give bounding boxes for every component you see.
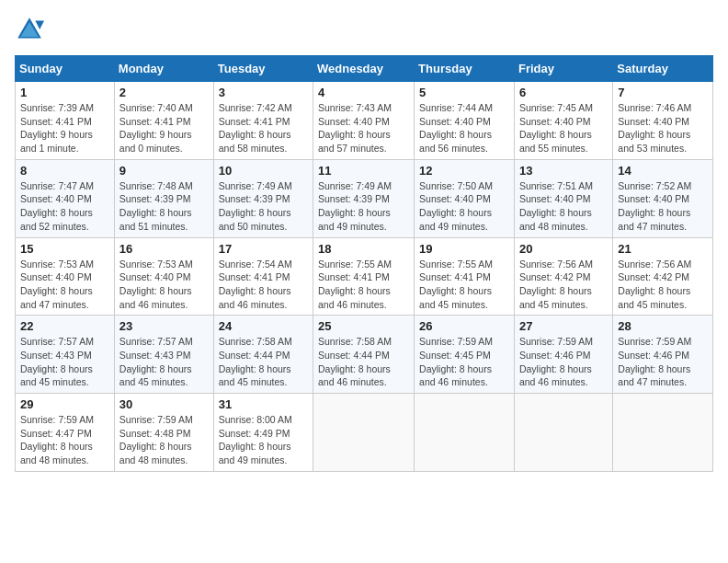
day-info: Sunrise: 7:59 AM Sunset: 4:45 PM Dayligh… — [419, 335, 509, 389]
day-info: Sunrise: 7:58 AM Sunset: 4:44 PM Dayligh… — [318, 335, 409, 389]
day-number: 19 — [419, 242, 509, 256]
day-info: Sunrise: 7:56 AM Sunset: 4:42 PM Dayligh… — [519, 258, 608, 312]
calendar-cell — [613, 394, 713, 472]
day-number: 31 — [219, 397, 308, 411]
day-info: Sunrise: 7:55 AM Sunset: 4:41 PM Dayligh… — [318, 258, 409, 312]
day-info: Sunrise: 7:44 AM Sunset: 4:40 PM Dayligh… — [419, 101, 509, 155]
calendar-cell: 17Sunrise: 7:54 AM Sunset: 4:41 PM Dayli… — [213, 237, 313, 316]
calendar-cell: 4Sunrise: 7:43 AM Sunset: 4:40 PM Daylig… — [313, 82, 415, 160]
calendar-cell: 1Sunrise: 7:39 AM Sunset: 4:41 PM Daylig… — [16, 82, 115, 160]
calendar-cell — [514, 394, 612, 472]
day-number: 8 — [20, 164, 109, 178]
day-info: Sunrise: 7:53 AM Sunset: 4:40 PM Dayligh… — [20, 258, 109, 312]
day-info: Sunrise: 7:51 AM Sunset: 4:40 PM Dayligh… — [519, 179, 608, 234]
calendar-cell: 3Sunrise: 7:42 AM Sunset: 4:41 PM Daylig… — [213, 82, 313, 160]
calendar-cell: 27Sunrise: 7:59 AM Sunset: 4:46 PM Dayli… — [514, 316, 612, 394]
day-number: 29 — [20, 397, 109, 411]
calendar-week-2: 8Sunrise: 7:47 AM Sunset: 4:40 PM Daylig… — [16, 159, 713, 237]
calendar-cell: 29Sunrise: 7:59 AM Sunset: 4:47 PM Dayli… — [16, 394, 115, 472]
day-number: 25 — [318, 319, 409, 333]
day-info: Sunrise: 7:47 AM Sunset: 4:40 PM Dayligh… — [20, 179, 109, 234]
calendar-cell: 26Sunrise: 7:59 AM Sunset: 4:45 PM Dayli… — [415, 316, 515, 394]
day-number: 1 — [20, 86, 109, 99]
day-info: Sunrise: 7:52 AM Sunset: 4:40 PM Dayligh… — [618, 179, 708, 234]
day-info: Sunrise: 7:59 AM Sunset: 4:48 PM Dayligh… — [119, 413, 209, 467]
calendar-cell: 6Sunrise: 7:45 AM Sunset: 4:40 PM Daylig… — [514, 82, 612, 160]
day-info: Sunrise: 7:45 AM Sunset: 4:40 PM Dayligh… — [519, 101, 608, 155]
day-number: 30 — [119, 397, 209, 411]
day-number: 18 — [318, 242, 409, 256]
day-number: 28 — [618, 319, 708, 333]
day-number: 4 — [318, 86, 409, 99]
day-number: 9 — [119, 164, 209, 178]
day-number: 13 — [519, 164, 608, 178]
day-number: 10 — [219, 164, 308, 178]
weekday-header-friday: Friday — [514, 56, 612, 82]
calendar-cell: 18Sunrise: 7:55 AM Sunset: 4:41 PM Dayli… — [313, 237, 415, 316]
weekday-header-wednesday: Wednesday — [313, 56, 415, 82]
page-header — [15, 15, 713, 44]
logo — [15, 15, 48, 44]
calendar-cell: 15Sunrise: 7:53 AM Sunset: 4:40 PM Dayli… — [16, 237, 115, 316]
day-number: 11 — [318, 164, 409, 178]
logo-icon — [15, 15, 44, 44]
calendar-cell: 19Sunrise: 7:55 AM Sunset: 4:41 PM Dayli… — [415, 237, 515, 316]
calendar-cell: 28Sunrise: 7:59 AM Sunset: 4:46 PM Dayli… — [613, 316, 713, 394]
day-info: Sunrise: 7:46 AM Sunset: 4:40 PM Dayligh… — [618, 101, 708, 155]
day-number: 20 — [519, 242, 608, 256]
calendar-cell: 8Sunrise: 7:47 AM Sunset: 4:40 PM Daylig… — [16, 159, 115, 237]
calendar-table: SundayMondayTuesdayWednesdayThursdayFrid… — [15, 55, 713, 472]
weekday-header-saturday: Saturday — [613, 56, 713, 82]
weekday-header-monday: Monday — [114, 56, 213, 82]
day-number: 22 — [20, 319, 109, 333]
day-info: Sunrise: 8:00 AM Sunset: 4:49 PM Dayligh… — [219, 413, 308, 467]
day-info: Sunrise: 7:42 AM Sunset: 4:41 PM Dayligh… — [219, 101, 308, 155]
day-number: 21 — [618, 242, 708, 256]
day-info: Sunrise: 7:58 AM Sunset: 4:44 PM Dayligh… — [219, 335, 308, 389]
day-info: Sunrise: 7:49 AM Sunset: 4:39 PM Dayligh… — [219, 179, 308, 234]
day-number: 17 — [219, 242, 308, 256]
weekday-header-row: SundayMondayTuesdayWednesdayThursdayFrid… — [16, 56, 713, 82]
day-info: Sunrise: 7:43 AM Sunset: 4:40 PM Dayligh… — [318, 101, 409, 155]
day-info: Sunrise: 7:48 AM Sunset: 4:39 PM Dayligh… — [119, 179, 209, 234]
day-number: 26 — [419, 319, 509, 333]
day-number: 24 — [219, 319, 308, 333]
day-number: 2 — [119, 86, 209, 99]
weekday-header-sunday: Sunday — [16, 56, 115, 82]
svg-marker-2 — [35, 20, 44, 29]
calendar-cell: 20Sunrise: 7:56 AM Sunset: 4:42 PM Dayli… — [514, 237, 612, 316]
day-number: 27 — [519, 319, 608, 333]
calendar-cell — [415, 394, 515, 472]
weekday-header-tuesday: Tuesday — [213, 56, 313, 82]
day-info: Sunrise: 7:54 AM Sunset: 4:41 PM Dayligh… — [219, 258, 308, 312]
calendar-cell: 24Sunrise: 7:58 AM Sunset: 4:44 PM Dayli… — [213, 316, 313, 394]
calendar-cell: 11Sunrise: 7:49 AM Sunset: 4:39 PM Dayli… — [313, 159, 415, 237]
day-info: Sunrise: 7:57 AM Sunset: 4:43 PM Dayligh… — [20, 335, 109, 389]
day-info: Sunrise: 7:59 AM Sunset: 4:46 PM Dayligh… — [618, 335, 708, 389]
day-number: 6 — [519, 86, 608, 99]
calendar-week-3: 15Sunrise: 7:53 AM Sunset: 4:40 PM Dayli… — [16, 237, 713, 316]
day-number: 3 — [219, 86, 308, 99]
calendar-cell: 23Sunrise: 7:57 AM Sunset: 4:43 PM Dayli… — [114, 316, 213, 394]
calendar-week-1: 1Sunrise: 7:39 AM Sunset: 4:41 PM Daylig… — [16, 82, 713, 160]
day-info: Sunrise: 7:40 AM Sunset: 4:41 PM Dayligh… — [119, 101, 209, 155]
calendar-week-4: 22Sunrise: 7:57 AM Sunset: 4:43 PM Dayli… — [16, 316, 713, 394]
calendar-cell: 5Sunrise: 7:44 AM Sunset: 4:40 PM Daylig… — [415, 82, 515, 160]
calendar-cell: 22Sunrise: 7:57 AM Sunset: 4:43 PM Dayli… — [16, 316, 115, 394]
day-number: 5 — [419, 86, 509, 99]
day-info: Sunrise: 7:50 AM Sunset: 4:40 PM Dayligh… — [419, 179, 509, 234]
day-info: Sunrise: 7:39 AM Sunset: 4:41 PM Dayligh… — [20, 101, 109, 155]
calendar-cell: 16Sunrise: 7:53 AM Sunset: 4:40 PM Dayli… — [114, 237, 213, 316]
day-info: Sunrise: 7:56 AM Sunset: 4:42 PM Dayligh… — [618, 258, 708, 312]
calendar-cell: 12Sunrise: 7:50 AM Sunset: 4:40 PM Dayli… — [415, 159, 515, 237]
calendar-week-5: 29Sunrise: 7:59 AM Sunset: 4:47 PM Dayli… — [16, 394, 713, 472]
calendar-cell: 9Sunrise: 7:48 AM Sunset: 4:39 PM Daylig… — [114, 159, 213, 237]
calendar-cell: 2Sunrise: 7:40 AM Sunset: 4:41 PM Daylig… — [114, 82, 213, 160]
day-number: 23 — [119, 319, 209, 333]
day-info: Sunrise: 7:49 AM Sunset: 4:39 PM Dayligh… — [318, 179, 409, 234]
calendar-cell: 10Sunrise: 7:49 AM Sunset: 4:39 PM Dayli… — [213, 159, 313, 237]
day-info: Sunrise: 7:53 AM Sunset: 4:40 PM Dayligh… — [119, 258, 209, 312]
day-number: 15 — [20, 242, 109, 256]
day-info: Sunrise: 7:55 AM Sunset: 4:41 PM Dayligh… — [419, 258, 509, 312]
day-info: Sunrise: 7:59 AM Sunset: 4:46 PM Dayligh… — [519, 335, 608, 389]
